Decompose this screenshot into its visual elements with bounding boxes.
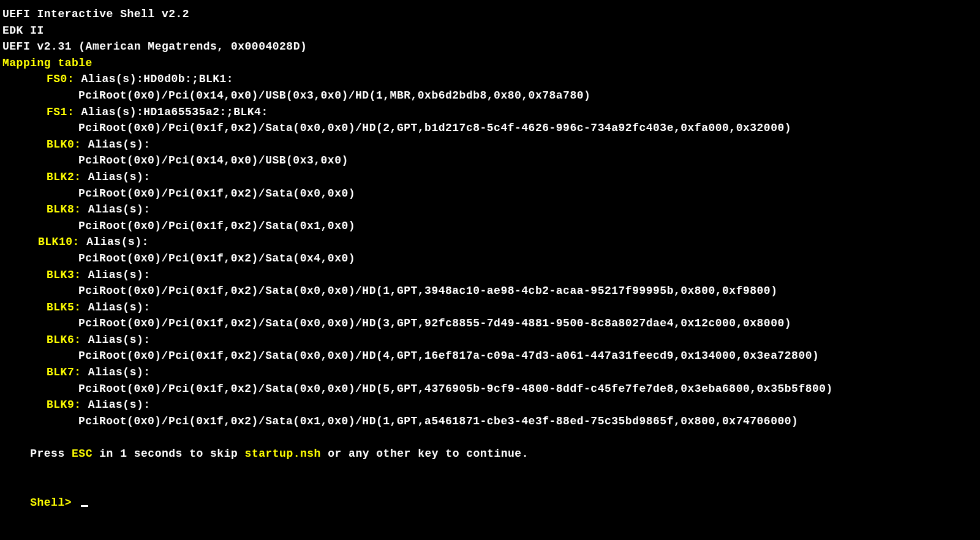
- device-name: BLK3:: [47, 269, 81, 281]
- alias-label: Alias(s):: [88, 138, 151, 151]
- mapping-entry-header: BLK2: Alias(s):: [0, 169, 980, 186]
- device-path: PciRoot(0x0)/Pci(0x14,0x0)/USB(0x3,0x0): [0, 152, 980, 169]
- mapping-entry-header: BLK6: Alias(s):: [0, 332, 980, 348]
- device-path: PciRoot(0x0)/Pci(0x1f,0x2)/Sata(0x0,0x0)…: [0, 120, 980, 137]
- alias-label: Alias(s):: [88, 203, 151, 216]
- header-line1: UEFI Interactive Shell v2.2: [0, 6, 980, 23]
- press-mid1: in 1 seconds to skip: [92, 448, 245, 460]
- device-path: PciRoot(0x0)/Pci(0x1f,0x2)/Sata(0x0,0x0)…: [0, 348, 980, 364]
- alias-label: Alias(s):: [88, 399, 151, 411]
- alias-label: Alias(s):: [88, 301, 151, 313]
- alias-label: Alias(s):: [81, 73, 144, 85]
- device-name: BLK10:: [38, 236, 80, 248]
- device-name: BLK0:: [47, 138, 81, 151]
- mapping-entry-header: BLK0: Alias(s):: [0, 137, 980, 153]
- device-name: BLK6:: [47, 334, 81, 346]
- mapping-entry-header: BLK7: Alias(s):: [0, 364, 980, 381]
- mapping-table-title: Mapping table: [0, 55, 980, 72]
- mapping-table: FS0: Alias(s):HD0d0b:;BLK1:PciRoot(0x0)/…: [0, 71, 980, 429]
- alias-label: Alias(s):: [88, 366, 151, 378]
- mapping-entry-header: BLK8: Alias(s):: [0, 201, 980, 218]
- device-name: FS0:: [47, 73, 74, 85]
- mapping-entry-header: FS0: Alias(s):HD0d0b:;BLK1:: [0, 71, 980, 88]
- header-line2: EDK II: [0, 23, 980, 39]
- mapping-entry-header: BLK9: Alias(s):: [0, 397, 980, 413]
- device-name: BLK8:: [47, 203, 81, 216]
- press-prefix: Press: [30, 448, 72, 460]
- mapping-entry-header: BLK10: Alias(s):: [0, 234, 980, 250]
- device-name: FS1:: [47, 106, 74, 118]
- alias-value: HD1a65535a2:;BLK4:: [143, 106, 268, 118]
- device-path: PciRoot(0x0)/Pci(0x14,0x0)/USB(0x3,0x0)/…: [0, 88, 980, 104]
- esc-key: ESC: [72, 448, 92, 460]
- startup-nsh: startup.nsh: [245, 448, 321, 460]
- press-esc-line: Press ESC in 1 seconds to skip startup.n…: [0, 429, 980, 478]
- alias-label: Alias(s):: [86, 236, 149, 248]
- device-path: PciRoot(0x0)/Pci(0x1f,0x2)/Sata(0x0,0x0)…: [0, 283, 980, 299]
- alias-label: Alias(s):: [81, 106, 144, 118]
- mapping-entry-header: BLK3: Alias(s):: [0, 267, 980, 283]
- device-name: BLK9:: [47, 399, 81, 411]
- device-path: PciRoot(0x0)/Pci(0x1f,0x2)/Sata(0x1,0x0): [0, 218, 980, 234]
- alias-label: Alias(s):: [88, 269, 151, 281]
- shell-prompt: Shell>: [30, 497, 78, 509]
- device-path: PciRoot(0x0)/Pci(0x1f,0x2)/Sata(0x0,0x0): [0, 186, 980, 202]
- mapping-entry-header: BLK5: Alias(s):: [0, 299, 980, 316]
- alias-label: Alias(s):: [88, 334, 151, 346]
- device-path: PciRoot(0x0)/Pci(0x1f,0x2)/Sata(0x0,0x0)…: [0, 315, 980, 332]
- header-line3: UEFI v2.31 (American Megatrends, 0x00040…: [0, 39, 980, 55]
- device-name: BLK7:: [47, 366, 81, 378]
- shell-prompt-line[interactable]: Shell>: [0, 478, 980, 527]
- uefi-shell-console: UEFI Interactive Shell v2.2 EDK II UEFI …: [0, 6, 980, 527]
- press-mid2: or any other key to continue.: [321, 448, 529, 460]
- mapping-entry-header: FS1: Alias(s):HD1a65535a2:;BLK4:: [0, 104, 980, 121]
- device-path: PciRoot(0x0)/Pci(0x1f,0x2)/Sata(0x0,0x0)…: [0, 381, 980, 397]
- cursor-icon: [81, 505, 88, 507]
- device-name: BLK2:: [47, 171, 81, 183]
- alias-value: HD0d0b:;BLK1:: [143, 73, 233, 85]
- alias-label: Alias(s):: [88, 171, 151, 183]
- device-path: PciRoot(0x0)/Pci(0x1f,0x2)/Sata(0x1,0x0)…: [0, 413, 980, 430]
- device-path: PciRoot(0x0)/Pci(0x1f,0x2)/Sata(0x4,0x0): [0, 250, 980, 267]
- device-name: BLK5:: [47, 301, 81, 313]
